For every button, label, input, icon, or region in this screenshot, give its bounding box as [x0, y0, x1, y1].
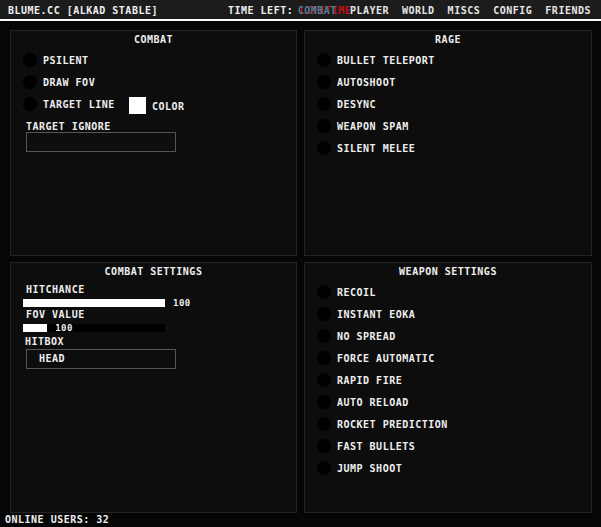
panel-rage-title: RAGE [305, 34, 591, 45]
checkbox-label: FORCE AUTOMATIC [337, 353, 435, 364]
checkbox-force-automatic[interactable]: FORCE AUTOMATIC [317, 347, 448, 369]
checkbox-circle-icon[interactable] [317, 373, 331, 387]
checkbox-label: TARGET LINE [43, 99, 115, 110]
checkbox-jump-shoot[interactable]: JUMP SHOOT [317, 457, 448, 479]
checkbox-circle-icon[interactable] [317, 417, 331, 431]
checkbox-label: NO SPREAD [337, 331, 396, 342]
fov-value-slider[interactable]: 100 [23, 324, 165, 332]
checkbox-label: INSTANT EOKA [337, 309, 415, 320]
combat-toggle-list: PSILENTDRAW FOVTARGET LINE [23, 49, 115, 115]
checkbox-circle-icon[interactable] [317, 141, 331, 155]
hitbox-label: HITBOX [25, 336, 64, 347]
checkbox-label: DRAW FOV [43, 77, 95, 88]
panel-combat-title: COMBAT [11, 34, 296, 45]
checkbox-silent-melee[interactable]: SILENT MELEE [317, 137, 435, 159]
checkbox-label: RAPID FIRE [337, 375, 402, 386]
target-ignore-input[interactable] [26, 132, 176, 152]
checkbox-label: DESYNC [337, 99, 376, 110]
checkbox-label: AUTO RELOAD [337, 397, 409, 408]
hitbox-selected-value: HEAD [39, 353, 65, 364]
tab-config[interactable]: CONFIG [493, 5, 532, 16]
checkbox-auto-reload[interactable]: AUTO RELOAD [317, 391, 448, 413]
checkbox-desync[interactable]: DESYNC [317, 93, 435, 115]
panel-combat: COMBAT PSILENTDRAW FOVTARGET LINE COLOR … [10, 30, 297, 256]
fov-slider-fill [23, 324, 47, 332]
panel-weapon-settings: WEAPON SETTINGS RECOILINSTANT EOKANO SPR… [304, 262, 592, 513]
panel-combat-settings: COMBAT SETTINGS HITCHANCE 100 FOV VALUE … [10, 262, 297, 513]
checkbox-circle-icon[interactable] [317, 307, 331, 321]
checkbox-label: ROCKET PREDICTION [337, 419, 448, 430]
checkbox-circle-icon[interactable] [317, 285, 331, 299]
titlebar: BLUME.CC [ALKAD STABLE] TIME LEFT:LIFETI… [0, 0, 601, 21]
checkbox-circle-icon[interactable] [23, 53, 37, 67]
fov-value-label: FOV VALUE [26, 309, 85, 320]
checkbox-autoshoot[interactable]: AUTOSHOOT [317, 71, 435, 93]
hitchance-value: 100 [173, 298, 191, 308]
checkbox-circle-icon[interactable] [317, 351, 331, 365]
checkbox-label: RECOIL [337, 287, 376, 298]
checkbox-circle-icon[interactable] [23, 75, 37, 89]
panel-rage: RAGE BULLET TELEPORTAUTOSHOOTDESYNCWEAPO… [304, 30, 592, 256]
rage-toggle-list: BULLET TELEPORTAUTOSHOOTDESYNCWEAPON SPA… [317, 49, 435, 159]
checkbox-circle-icon[interactable] [317, 119, 331, 133]
checkbox-label: SILENT MELEE [337, 143, 415, 154]
checkbox-bullet-teleport[interactable]: BULLET TELEPORT [317, 49, 435, 71]
checkbox-label: FAST BULLETS [337, 441, 415, 452]
hitchance-slider[interactable]: 100 [23, 299, 165, 307]
target-line-color-swatch[interactable] [129, 97, 146, 114]
checkbox-instant-eoka[interactable]: INSTANT EOKA [317, 303, 448, 325]
checkbox-label: PSILENT [43, 55, 89, 66]
panel-combat-settings-title: COMBAT SETTINGS [11, 266, 296, 277]
checkbox-circle-icon[interactable] [317, 329, 331, 343]
checkbox-circle-icon[interactable] [23, 97, 37, 111]
panel-weapon-settings-title: WEAPON SETTINGS [305, 266, 591, 277]
tab-friends[interactable]: FRIENDS [545, 5, 591, 16]
checkbox-circle-icon[interactable] [317, 461, 331, 475]
checkbox-target-line[interactable]: TARGET LINE [23, 93, 115, 115]
checkbox-circle-icon[interactable] [317, 75, 331, 89]
checkbox-fast-bullets[interactable]: FAST BULLETS [317, 435, 448, 457]
checkbox-recoil[interactable]: RECOIL [317, 281, 448, 303]
fov-value: 100 [55, 323, 73, 333]
checkbox-circle-icon[interactable] [317, 439, 331, 453]
app-title: BLUME.CC [ALKAD STABLE] [8, 5, 158, 16]
tab-world[interactable]: WORLD [402, 5, 435, 16]
checkbox-psilent[interactable]: PSILENT [23, 49, 115, 71]
color-label: COLOR [152, 101, 185, 112]
checkbox-label: AUTOSHOOT [337, 77, 396, 88]
checkbox-no-spread[interactable]: NO SPREAD [317, 325, 448, 347]
hitbox-dropdown[interactable]: HEAD [26, 349, 176, 369]
checkbox-circle-icon[interactable] [317, 53, 331, 67]
checkbox-label: BULLET TELEPORT [337, 55, 435, 66]
tab-miscs[interactable]: MISCS [448, 5, 481, 16]
checkbox-rocket-prediction[interactable]: ROCKET PREDICTION [317, 413, 448, 435]
tab-combat[interactable]: COMBAT [298, 5, 337, 16]
online-users-status: ONLINE USERS: 32 [5, 514, 109, 525]
checkbox-label: WEAPON SPAM [337, 121, 409, 132]
checkbox-circle-icon[interactable] [317, 97, 331, 111]
tab-player[interactable]: PLAYER [350, 5, 389, 16]
checkbox-label: JUMP SHOOT [337, 463, 402, 474]
checkbox-draw-fov[interactable]: DRAW FOV [23, 71, 115, 93]
checkbox-weapon-spam[interactable]: WEAPON SPAM [317, 115, 435, 137]
hitchance-label: HITCHANCE [26, 284, 85, 295]
time-left-label: TIME LEFT: [228, 5, 293, 16]
checkbox-circle-icon[interactable] [317, 395, 331, 409]
hitchance-slider-fill [23, 299, 165, 307]
weapon-toggle-list: RECOILINSTANT EOKANO SPREADFORCE AUTOMAT… [317, 281, 448, 479]
target-ignore-label: TARGET IGNORE [26, 121, 111, 132]
checkbox-rapid-fire[interactable]: RAPID FIRE [317, 369, 448, 391]
tab-bar: COMBATPLAYERWORLDMISCSCONFIGFRIENDS [298, 5, 591, 16]
